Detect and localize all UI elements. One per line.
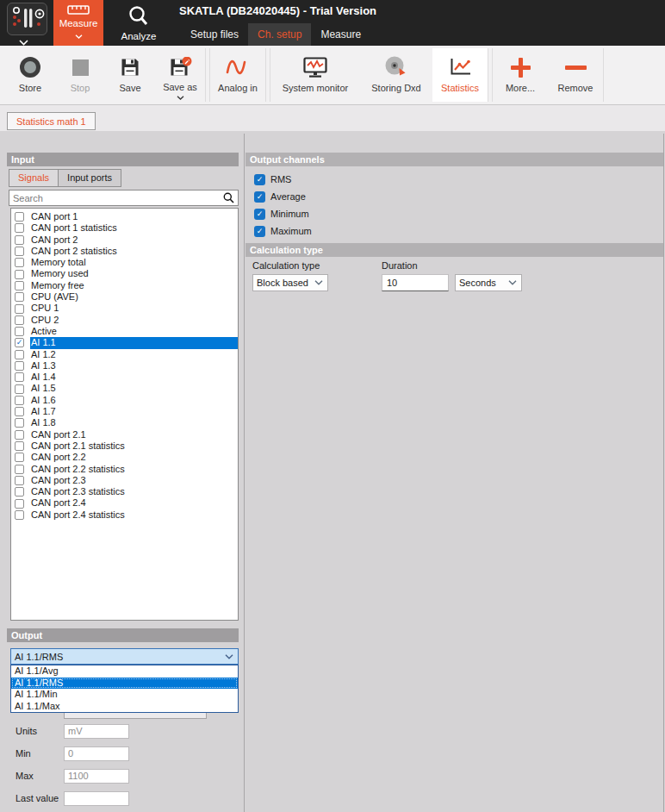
signal-checkbox[interactable] — [15, 465, 24, 474]
signal-list-item[interactable]: CAN port 1 statistics — [11, 222, 238, 234]
signal-checkbox[interactable] — [15, 361, 24, 371]
dropdown-option[interactable]: AI 1.1/Avg — [11, 665, 238, 678]
save-as-button[interactable]: Save as — [155, 48, 205, 102]
signal-list-item[interactable]: CPU 1 — [11, 303, 238, 314]
signal-checkbox[interactable] — [15, 499, 24, 509]
signal-checkbox[interactable] — [15, 258, 24, 267]
output-channel-option[interactable]: Maximum — [254, 222, 312, 240]
signal-checkbox[interactable] — [15, 453, 24, 462]
top-bar: Measure Analyze SKATLA (DB24020445) - Tr… — [0, 0, 665, 46]
signal-checkbox[interactable] — [15, 327, 24, 336]
signal-checkbox[interactable] — [15, 223, 24, 233]
output-channel-option[interactable]: Average — [254, 188, 312, 205]
signal-checkbox[interactable] — [15, 281, 24, 290]
save-button[interactable]: Save — [105, 48, 155, 102]
signal-list-item[interactable]: AI 1.6 — [11, 395, 238, 406]
output-channel-combobox[interactable]: AI 1.1/RMS — [10, 648, 239, 665]
signal-list-item[interactable]: CPU (AVE) — [11, 291, 238, 303]
more-button[interactable]: More... — [493, 48, 548, 102]
checked-checkbox-icon[interactable] — [254, 191, 265, 203]
statistics-button[interactable]: Statistics — [432, 48, 488, 102]
input-source-tab[interactable]: Signals — [9, 169, 59, 187]
chevron-down-icon[interactable] — [177, 91, 184, 102]
signal-list-item[interactable]: AI 1.5 — [11, 383, 238, 394]
dropdown-option[interactable]: AI 1.1/Min — [11, 689, 238, 701]
signal-checkbox[interactable] — [15, 476, 24, 485]
signal-list-item[interactable]: CPU 2 — [11, 315, 238, 326]
signal-checkbox[interactable] — [15, 292, 24, 302]
signal-checkbox[interactable] — [15, 510, 24, 520]
output-channel-option[interactable]: RMS — [254, 171, 312, 188]
signal-list-item[interactable]: Memory used — [11, 268, 238, 279]
signal-checkbox[interactable] — [15, 418, 24, 428]
storing-dxd-button[interactable]: Storing Dxd — [360, 48, 432, 102]
main-toolbar: Store Stop Save Save as Analog — [0, 46, 665, 105]
checked-checkbox-icon[interactable] — [254, 226, 265, 237]
signal-list-item[interactable]: CAN port 1 — [11, 211, 238, 222]
signal-list-item[interactable]: CAN port 2.3 statistics — [11, 486, 238, 497]
signal-list-item[interactable]: Memory free — [11, 280, 238, 291]
signal-list-item[interactable]: CAN port 2 — [11, 234, 238, 246]
signal-checkbox[interactable] — [15, 304, 24, 314]
signal-checkbox[interactable] — [15, 372, 24, 382]
signal-list-item[interactable]: CAN port 2.2 — [11, 452, 238, 463]
dropdown-option[interactable]: AI 1.1/Max — [11, 701, 238, 713]
signal-list-item[interactable]: AI 1.1 — [11, 337, 238, 348]
analyze-mode-button[interactable]: Analyze — [110, 0, 167, 46]
analog-in-button[interactable]: Analog in — [210, 48, 265, 102]
signal-list-item[interactable]: CAN port 2.4 statistics — [11, 509, 238, 521]
duration-input[interactable] — [382, 274, 449, 291]
signal-list-item[interactable]: CAN port 2 statistics — [11, 246, 238, 257]
calculation-type-select[interactable]: Block based — [252, 274, 328, 291]
measure-mode-button[interactable]: Measure — [53, 0, 103, 46]
remove-button[interactable]: Remove — [548, 48, 603, 102]
field-input[interactable] — [64, 769, 129, 784]
signal-list-item[interactable]: AI 1.4 — [11, 372, 238, 383]
mode-tab[interactable]: Ch. setup — [248, 23, 311, 46]
mode-tab[interactable]: Measure — [311, 23, 370, 46]
module-tab-strip — [0, 105, 665, 131]
signal-list-item[interactable]: AI 1.7 — [11, 406, 238, 417]
signal-list-item[interactable]: CAN port 2.4 — [11, 497, 238, 509]
signal-checkbox[interactable] — [15, 338, 24, 347]
signal-checkbox[interactable] — [15, 441, 24, 451]
signal-list-item[interactable]: CAN port 2.3 — [11, 475, 238, 486]
signal-list-item[interactable]: CAN port 2.2 statistics — [11, 464, 238, 475]
signal-checkbox[interactable] — [15, 270, 24, 279]
signal-checkbox[interactable] — [15, 384, 24, 394]
statistics-math-tab[interactable]: Statistics math 1 — [7, 112, 96, 130]
input-source-tab[interactable]: Input ports — [58, 169, 121, 187]
signal-checkbox[interactable] — [15, 212, 24, 222]
mode-tab[interactable]: Setup files — [181, 23, 248, 46]
system-monitor-button[interactable]: System monitor — [270, 48, 360, 102]
signal-checkbox[interactable] — [15, 350, 24, 359]
duration-unit-select[interactable]: Seconds — [455, 274, 522, 291]
app-logo[interactable] — [7, 3, 47, 35]
signal-checkbox[interactable] — [15, 430, 24, 440]
signal-checkbox[interactable] — [15, 315, 24, 325]
search-input[interactable] — [9, 193, 223, 203]
field-input[interactable] — [64, 724, 129, 739]
signal-list-item[interactable]: AI 1.8 — [11, 417, 238, 428]
signal-list-item[interactable]: AI 1.2 — [11, 349, 238, 360]
checked-checkbox-icon[interactable] — [254, 209, 265, 220]
signal-list-item[interactable]: Active — [11, 326, 238, 337]
dropdown-option[interactable]: AI 1.1/RMS — [11, 678, 238, 690]
stop-button[interactable]: Stop — [55, 48, 105, 102]
signal-list-item[interactable]: AI 1.3 — [11, 360, 238, 372]
stop-label: Stop — [71, 83, 90, 93]
signal-checkbox[interactable] — [15, 235, 24, 245]
field-input[interactable] — [64, 746, 129, 761]
signal-checkbox[interactable] — [15, 396, 24, 405]
signal-list-item[interactable]: Memory total — [11, 257, 238, 268]
signal-checkbox[interactable] — [15, 487, 24, 497]
signal-list-item[interactable]: CAN port 2.1 statistics — [11, 440, 238, 452]
chevron-down-icon — [314, 280, 327, 285]
signal-list-item[interactable]: CAN port 2.1 — [11, 429, 238, 440]
signal-checkbox[interactable] — [15, 407, 24, 416]
field-input[interactable] — [64, 791, 129, 806]
output-channel-option[interactable]: Minimum — [254, 205, 312, 222]
checked-checkbox-icon[interactable] — [254, 174, 265, 185]
store-button[interactable]: Store — [5, 48, 55, 102]
signal-checkbox[interactable] — [15, 247, 24, 256]
